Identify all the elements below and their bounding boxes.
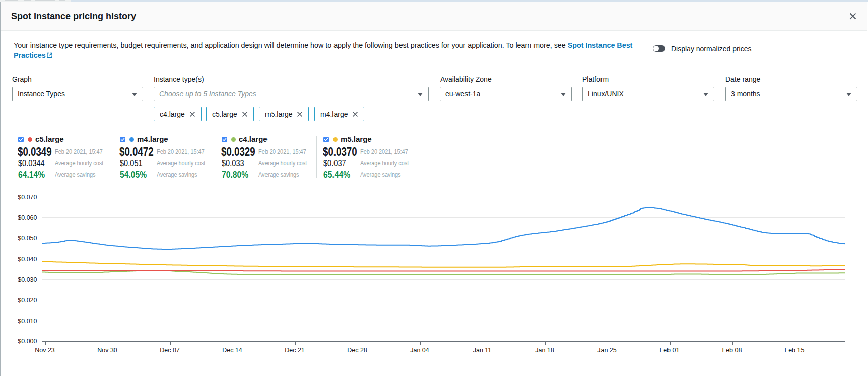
svg-text:Feb 15: Feb 15 — [785, 347, 805, 354]
svg-text:Dec 21: Dec 21 — [285, 347, 305, 354]
svg-text:$0.040: $0.040 — [18, 256, 37, 263]
svg-text:Feb 08: Feb 08 — [722, 347, 742, 354]
svg-text:$0.020: $0.020 — [18, 297, 37, 304]
svg-text:Dec 28: Dec 28 — [347, 347, 367, 354]
svg-text:Jan 25: Jan 25 — [597, 347, 617, 354]
svg-text:Nov 23: Nov 23 — [35, 347, 55, 354]
svg-text:$0.050: $0.050 — [18, 235, 37, 242]
svg-text:Feb 01: Feb 01 — [660, 347, 680, 354]
svg-text:Jan 04: Jan 04 — [410, 347, 429, 354]
svg-text:Jan 11: Jan 11 — [473, 347, 492, 354]
svg-text:$0.070: $0.070 — [18, 194, 37, 201]
svg-text:$0.030: $0.030 — [18, 276, 37, 283]
svg-text:Jan 18: Jan 18 — [535, 347, 554, 354]
svg-text:$0.060: $0.060 — [18, 214, 37, 221]
svg-text:Nov 30: Nov 30 — [97, 347, 117, 354]
svg-text:$0.010: $0.010 — [18, 318, 37, 325]
svg-text:$0.000: $0.000 — [18, 338, 37, 345]
svg-text:Dec 14: Dec 14 — [222, 347, 242, 354]
svg-text:Dec 07: Dec 07 — [160, 347, 180, 354]
